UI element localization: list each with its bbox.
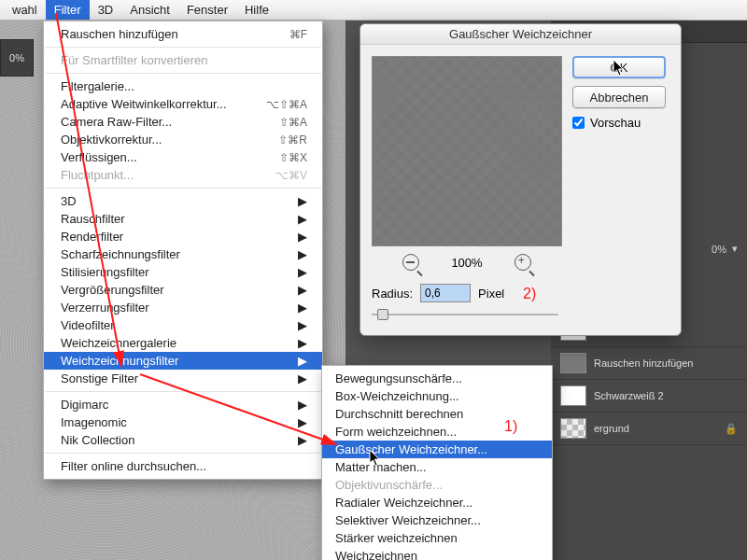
radius-unit: Pixel	[478, 287, 504, 301]
submenu-radial[interactable]: Radialer Weichzeichner...	[322, 494, 552, 511]
menu-fenster[interactable]: Fenster	[178, 0, 236, 20]
layer-label: Rauschen hinzufügen	[594, 357, 693, 369]
submenu-staerker[interactable]: Stärker weichzeichnen	[322, 529, 552, 547]
submenu-objektiv: Objektivunschärfe...	[322, 476, 552, 494]
submenu-weichzeichnen[interactable]: Weichzeichnen	[322, 547, 552, 560]
menu-item-rauschfilter[interactable]: Rauschfilter▶	[44, 210, 322, 228]
menu-item-fluchtpunkt: Fluchtpunkt...⌥⌘V	[44, 166, 322, 184]
menu-item-weitwinkel[interactable]: Adaptive Weitwinkelkorrektur...⌥⇧⌘A	[44, 95, 322, 113]
gaussian-blur-dialog: Gaußscher Weichzeichner OK Abbrechen Vor…	[359, 23, 682, 336]
menu-item-3d-filters[interactable]: 3D▶	[44, 192, 322, 210]
menu-item-convert-smartfilter: Für Smartfilter konvertieren	[44, 51, 322, 69]
zoom-percent: 100%	[451, 256, 482, 270]
submenu-matter[interactable]: Matter machen...	[322, 458, 552, 476]
layer-opacity-value[interactable]: 0%	[712, 244, 726, 255]
menu-ansicht[interactable]: Ansicht	[121, 0, 178, 20]
menu-item-camera-raw[interactable]: Camera Raw-Filter...⇧⌘A	[44, 113, 322, 131]
preview-checkbox-input[interactable]	[572, 117, 585, 129]
submenu-bewegung[interactable]: Bewegungsunschärfe...	[322, 370, 552, 387]
menu-item-renderfilter[interactable]: Renderfilter▶	[44, 228, 322, 245]
menu-item-nik[interactable]: Nik Collection▶	[44, 431, 322, 449]
blur-submenu: Bewegungsunschärfe... Box-Weichzeichnung…	[321, 365, 553, 560]
cancel-button[interactable]: Abbrechen	[572, 86, 666, 108]
menu-item-sonstige[interactable]: Sonstige Filter▶	[44, 370, 322, 387]
submenu-selektiv[interactable]: Selektiver Weichzeichner...	[322, 511, 552, 529]
layer-row-background[interactable]: ergrund 🔒	[551, 413, 747, 445]
layer-thumb	[560, 418, 586, 439]
radius-label: Radius:	[372, 287, 413, 301]
menu-item-videofilter[interactable]: Videofilter▶	[44, 316, 322, 334]
menu-wahl[interactable]: wahl	[4, 0, 46, 20]
layer-label: Schwarzweiß 2	[594, 390, 664, 401]
ok-button[interactable]: OK	[572, 56, 666, 78]
menu-item-verzerrung[interactable]: Verzerrungsfilter▶	[44, 299, 322, 316]
layer-thumb	[560, 353, 586, 373]
menu-item-weichzeichnergalerie[interactable]: Weichzeichnergalerie▶	[44, 334, 322, 352]
menubar: wahl Filter 3D Ansicht Fenster Hilfe	[0, 0, 747, 21]
menu-item-stilisierung[interactable]: Stilisierungsfilter▶	[44, 263, 322, 281]
menu-item-vergroesserung[interactable]: Vergrößerungsfilter▶	[44, 281, 322, 299]
preview-checkbox-label: Vorschau	[590, 116, 641, 130]
annotation-1: 1)	[504, 418, 517, 435]
menu-3d[interactable]: 3D	[90, 0, 122, 20]
menu-item-objektivkorrektur[interactable]: Objektivkorrektur...⇧⌘R	[44, 131, 322, 148]
radius-slider[interactable]	[372, 308, 558, 321]
filter-menu: Rauschen hinzufügen⌘F Für Smartfilter ko…	[43, 21, 323, 480]
radius-input[interactable]	[420, 284, 471, 302]
submenu-box[interactable]: Box-Weichzeichnung...	[322, 387, 552, 405]
menu-item-digimarc[interactable]: Digimarc▶	[44, 396, 322, 413]
menu-filter[interactable]: Filter	[46, 0, 90, 20]
preview-thumbnail[interactable]	[372, 56, 562, 246]
menu-item-recent-filter[interactable]: Rauschen hinzufügen⌘F	[44, 25, 322, 43]
submenu-gauss[interactable]: Gaußscher Weichzeichner...	[322, 441, 552, 458]
menu-item-filtergalerie[interactable]: Filtergalerie...	[44, 77, 322, 95]
preview-checkbox[interactable]: Vorschau	[572, 116, 669, 130]
annotation-2: 2)	[523, 286, 536, 302]
menu-item-verfluessigen[interactable]: Verflüssigen...⇧⌘X	[44, 148, 322, 166]
layer-row-noise[interactable]: Rauschen hinzufügen	[551, 347, 747, 380]
zoom-level[interactable]: 0%	[0, 39, 34, 77]
layer-row-bw[interactable]: Schwarzweiß 2	[551, 380, 747, 413]
menu-item-weichzeichnungsfilter[interactable]: Weichzeichnungsfilter▶	[44, 352, 322, 370]
layer-thumb	[560, 385, 586, 406]
menu-item-imagenomic[interactable]: Imagenomic▶	[44, 413, 322, 431]
dialog-title: Gaußscher Weichzeichner	[360, 24, 681, 45]
zoom-in-icon[interactable]	[514, 254, 531, 271]
slider-thumb[interactable]	[377, 309, 388, 320]
menu-hilfe[interactable]: Hilfe	[236, 0, 277, 20]
zoom-out-icon[interactable]	[402, 254, 419, 271]
lock-icon: 🔒	[725, 423, 738, 435]
layer-label: ergrund	[594, 423, 629, 434]
menu-item-scharfzeichnung[interactable]: Scharfzeichnungsfilter▶	[44, 245, 322, 263]
menu-item-durchsuchen[interactable]: Filter online durchsuchen...	[44, 457, 322, 475]
